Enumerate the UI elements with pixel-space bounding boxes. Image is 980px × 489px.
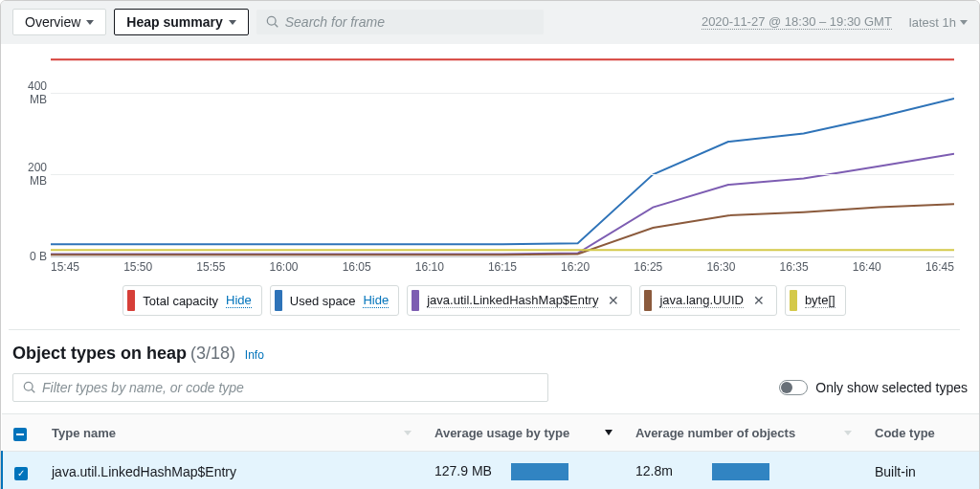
chart-region: 0 B200 MB400 MB 15:4515:5015:5516:0016:0… xyxy=(1,44,979,330)
caret-down-icon xyxy=(229,20,236,25)
x-tick-label: 16:45 xyxy=(925,260,954,274)
caret-down-icon xyxy=(960,20,968,25)
y-tick-label: 200 MB xyxy=(9,161,47,188)
hide-link[interactable]: Hide xyxy=(363,293,389,308)
col-avg-usage[interactable]: Average usage by type xyxy=(434,426,569,440)
chart-plot-svg xyxy=(51,56,954,256)
svg-point-2 xyxy=(24,382,33,390)
section-title: Object types on heap xyxy=(12,344,187,363)
cell-avg-usage: 127.9 MB xyxy=(423,452,624,490)
search-input[interactable]: Search for frame xyxy=(256,10,544,34)
caret-down-icon xyxy=(86,20,94,25)
info-link[interactable]: Info xyxy=(245,348,264,362)
legend-label: java.lang.UUID xyxy=(659,293,743,308)
y-tick-label: 0 B xyxy=(9,250,47,263)
overview-button[interactable]: Overview xyxy=(12,9,106,35)
legend-used-space[interactable]: Used space Hide xyxy=(270,285,399,316)
cell-type-name: java.util.LinkedHashMap$Entry xyxy=(40,452,423,490)
filter-placeholder: Filter types by name, or code type xyxy=(42,380,244,395)
svg-line-1 xyxy=(275,24,278,27)
object-types-table: Type name Average usage by type Average … xyxy=(1,413,979,489)
search-icon xyxy=(23,381,36,394)
search-placeholder: Search for frame xyxy=(285,14,385,30)
legend-linkedhashmap[interactable]: java.util.LinkedHashMap$Entry ✕ xyxy=(407,285,632,316)
x-tick-label: 15:50 xyxy=(123,260,152,274)
heap-summary-button[interactable]: Heap summary xyxy=(114,9,248,35)
x-tick-label: 15:55 xyxy=(196,260,225,274)
objects-bar xyxy=(712,463,769,480)
select-all-checkbox[interactable] xyxy=(13,428,27,441)
col-avg-objects[interactable]: Average number of objects xyxy=(635,426,795,440)
legend-label: byte[] xyxy=(805,293,835,308)
toggle-label: Only show selected types xyxy=(815,380,968,395)
latest-range-button[interactable]: latest 1h xyxy=(909,15,968,30)
chart-xaxis: 15:4515:5015:5516:0016:0516:1016:1516:20… xyxy=(51,256,954,274)
toggle-selected-only[interactable]: Only show selected types xyxy=(779,380,968,395)
legend-label: Total capacity xyxy=(143,294,218,308)
cell-avg-objects: 12.8m xyxy=(624,452,863,490)
x-tick-label: 16:30 xyxy=(706,260,735,274)
toggle-icon xyxy=(779,380,808,395)
filter-input[interactable]: Filter types by name, or code type xyxy=(12,373,548,402)
hide-link[interactable]: Hide xyxy=(226,293,252,308)
svg-line-3 xyxy=(32,389,34,392)
x-tick-label: 16:00 xyxy=(269,260,298,274)
col-type-name[interactable]: Type name xyxy=(52,426,116,440)
section-header: Object types on heap (3/18) Info xyxy=(1,330,979,373)
filter-row: Filter types by name, or code type Only … xyxy=(1,373,979,413)
swatch-icon xyxy=(644,290,652,311)
time-range[interactable]: 2020-11-27 @ 18:30 – 19:30 GMT xyxy=(702,14,892,30)
svg-point-0 xyxy=(267,16,276,25)
legend-label: java.util.LinkedHashMap$Entry xyxy=(427,293,598,308)
close-icon[interactable]: ✕ xyxy=(751,294,767,307)
close-icon[interactable]: ✕ xyxy=(606,294,621,307)
x-tick-label: 16:15 xyxy=(488,260,517,274)
toolbar: Overview Heap summary Search for frame 2… xyxy=(1,1,979,44)
swatch-icon xyxy=(412,290,419,311)
latest-label: latest 1h xyxy=(909,15,956,30)
y-tick-label: 400 MB xyxy=(9,79,47,106)
legend-label: Used space xyxy=(290,294,356,308)
chart-legend: Total capacity Hide Used space Hide java… xyxy=(9,274,960,330)
table-row[interactable]: java.util.LinkedHashMap$Entry127.9 MB12.… xyxy=(2,452,979,490)
legend-uuid[interactable]: java.lang.UUID ✕ xyxy=(639,285,776,316)
row-checkbox[interactable] xyxy=(14,467,28,480)
swatch-icon xyxy=(127,290,135,311)
section-count: (3/18) xyxy=(190,344,235,363)
x-tick-label: 16:05 xyxy=(343,260,371,274)
x-tick-label: 15:45 xyxy=(51,260,79,274)
usage-bar xyxy=(511,463,568,480)
cell-code-type: Built-in xyxy=(863,452,979,490)
x-tick-label: 16:20 xyxy=(561,260,590,274)
legend-bytes[interactable]: byte[] xyxy=(785,285,846,316)
swatch-icon xyxy=(790,290,797,311)
sort-icon[interactable] xyxy=(404,431,412,435)
x-tick-label: 16:10 xyxy=(415,260,444,274)
col-code-type[interactable]: Code type xyxy=(863,414,979,452)
heap-chart[interactable]: 0 B200 MB400 MB xyxy=(51,56,954,256)
overview-label: Overview xyxy=(25,14,80,30)
legend-total-capacity[interactable]: Total capacity Hide xyxy=(122,285,262,316)
swatch-icon xyxy=(275,290,282,311)
x-tick-label: 16:35 xyxy=(780,260,809,274)
sort-icon[interactable] xyxy=(844,431,852,435)
sort-icon[interactable] xyxy=(605,430,612,435)
x-tick-label: 16:40 xyxy=(853,260,881,274)
heap-summary-label: Heap summary xyxy=(126,14,222,30)
search-icon xyxy=(266,15,279,29)
x-tick-label: 16:25 xyxy=(634,260,662,274)
